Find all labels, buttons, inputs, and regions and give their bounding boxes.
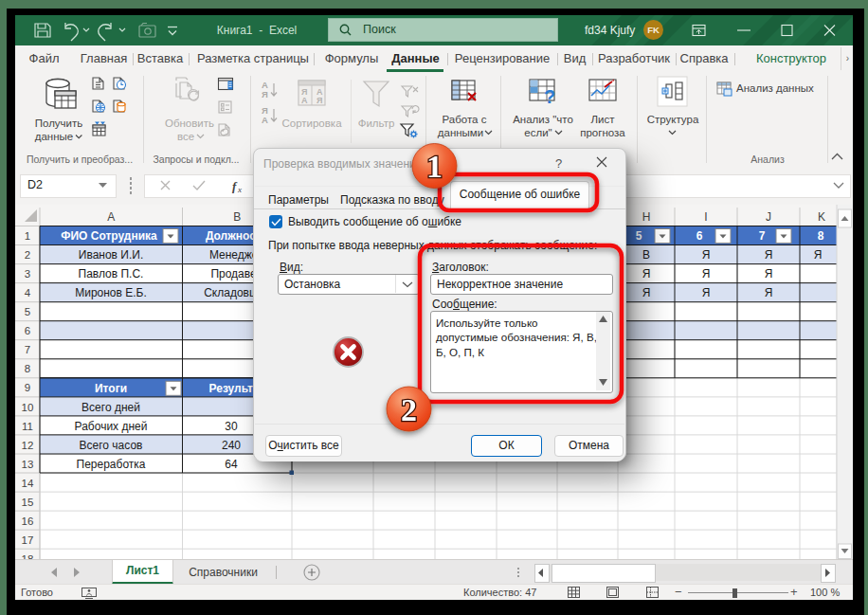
svg-text:ФИО Сотрудника: ФИО Сотрудника	[61, 229, 157, 243]
svg-text:Я: Я	[262, 89, 268, 99]
svg-text:Я: Я	[765, 248, 773, 262]
svg-text:7: 7	[759, 229, 766, 243]
svg-text:Я: Я	[814, 248, 823, 262]
svg-text:A: A	[107, 210, 115, 224]
svg-text:12: 12	[22, 440, 34, 451]
svg-text:10: 10	[22, 402, 34, 413]
svg-text:Я: Я	[642, 267, 651, 280]
svg-text:прогноза: прогноза	[580, 127, 625, 138]
svg-text:Получить и преобраз...: Получить и преобраз...	[27, 154, 133, 165]
svg-text:5: 5	[25, 306, 30, 317]
svg-text:Я: Я	[702, 286, 711, 299]
svg-text:Анализ данных: Анализ данных	[736, 82, 814, 94]
svg-text:64: 64	[225, 458, 238, 471]
svg-text:8: 8	[25, 363, 30, 374]
svg-text:Анализ: Анализ	[750, 154, 785, 165]
svg-text:Лист: Лист	[591, 114, 616, 125]
svg-text:240: 240	[222, 439, 241, 452]
svg-text:Я: Я	[702, 267, 711, 280]
svg-text:14: 14	[22, 478, 34, 489]
svg-text:данными: данными	[438, 127, 483, 138]
svg-text:B: B	[233, 210, 241, 224]
svg-text:данные: данные	[35, 131, 73, 142]
svg-text:Я: Я	[642, 286, 651, 299]
svg-text:Анализ "что: Анализ "что	[513, 114, 573, 125]
svg-text:В: В	[642, 248, 650, 262]
svg-text:?: ?	[544, 86, 555, 107]
svg-text:Иванов И.И.: Иванов И.И.	[79, 248, 143, 262]
svg-text:2: 2	[25, 249, 30, 261]
svg-text:Я: Я	[765, 267, 773, 280]
svg-text:Получить: Получить	[35, 118, 83, 129]
svg-text:Фильтр: Фильтр	[358, 118, 395, 129]
svg-text:Переработка: Переработка	[77, 458, 146, 471]
svg-text:Запросы и подкл...: Запросы и подкл...	[153, 154, 239, 165]
svg-text:x: x	[237, 185, 242, 193]
svg-text:Я: Я	[765, 286, 773, 299]
svg-text:9: 9	[25, 382, 30, 393]
svg-text:6: 6	[696, 229, 703, 243]
svg-text:11: 11	[22, 421, 33, 432]
svg-text:Я: Я	[702, 248, 711, 262]
svg-text:6: 6	[25, 325, 30, 336]
svg-text:16: 16	[22, 516, 34, 527]
svg-text:1: 1	[25, 230, 30, 242]
svg-text:Я: Я	[316, 96, 322, 105]
svg-text:Рабочих дней: Рабочих дней	[75, 420, 148, 433]
svg-text:I: I	[704, 210, 707, 224]
svg-text:K: K	[818, 210, 825, 224]
svg-text:Работа с: Работа с	[443, 114, 487, 125]
svg-text:Обновить: Обновить	[165, 118, 214, 129]
svg-text:если": если"	[524, 127, 552, 138]
svg-text:15: 15	[22, 497, 34, 508]
svg-text:3: 3	[25, 268, 30, 280]
svg-text:А: А	[262, 115, 268, 125]
svg-text:Сортировка: Сортировка	[281, 118, 342, 129]
svg-text:Итоги: Итоги	[95, 382, 127, 395]
svg-text:17: 17	[22, 534, 34, 546]
svg-text:5: 5	[636, 229, 642, 243]
svg-text:7: 7	[25, 344, 30, 355]
svg-text:Структура: Структура	[647, 114, 699, 125]
svg-text:А: А	[301, 96, 308, 105]
svg-text:13: 13	[22, 459, 34, 470]
svg-text:4: 4	[25, 287, 31, 298]
svg-text:8: 8	[818, 229, 824, 243]
svg-text:J: J	[766, 210, 771, 224]
svg-text:Всего часов: Всего часов	[80, 439, 143, 452]
svg-text:30: 30	[225, 420, 238, 433]
svg-text:Павлов П.С.: Павлов П.С.	[79, 267, 144, 280]
svg-text:H: H	[642, 210, 651, 224]
svg-text:Всего дней: Всего дней	[81, 401, 140, 414]
svg-text:все: все	[177, 131, 194, 142]
svg-text:Миронов Е.Б.: Миронов Е.Б.	[75, 286, 147, 299]
